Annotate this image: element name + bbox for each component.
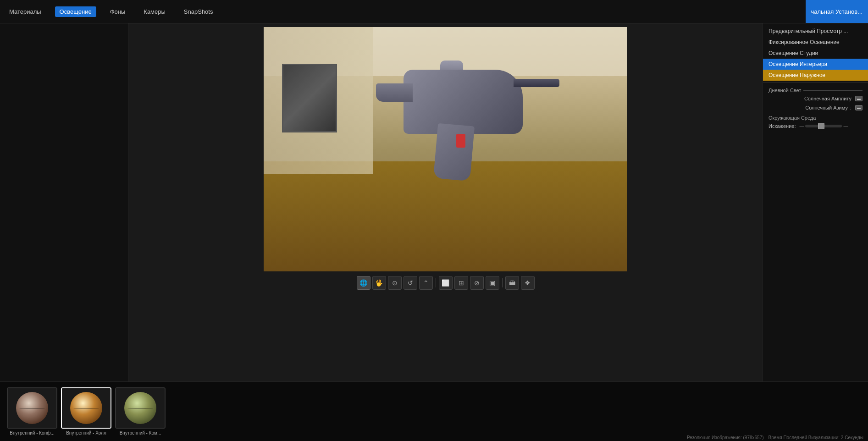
solar-azimuth-row: Солнечный Азимут: ▬: [763, 103, 868, 112]
toolbar-box-btn[interactable]: ▣: [486, 276, 499, 290]
3d-viewport[interactable]: [264, 27, 627, 271]
distortion-label: Искажение:: [768, 123, 796, 129]
toolbar-hand-btn[interactable]: 🖐: [372, 276, 386, 290]
solar-amplitude-label: Солнечная Амплиту: [768, 96, 851, 101]
menu-outdoor-lighting[interactable]: Освещение Наружное: [763, 70, 868, 81]
center-viewport: 🌐 🖐 ⊙ ↺ ⌃ ⬜ ⊞ ⊘ ▣ 🏔 ❖: [128, 23, 763, 381]
toolbar-grid-btn[interactable]: ⊞: [454, 276, 468, 290]
toolbar-up-btn[interactable]: ⌃: [419, 276, 433, 290]
menu-preview[interactable]: Предварительный Просмотр ...: [763, 26, 868, 37]
nav-lighting[interactable]: Освещение: [55, 6, 96, 17]
nav-materials[interactable]: Материалы: [5, 6, 46, 17]
right-sep-1: [763, 83, 868, 83]
nav-snapshots[interactable]: SnapShots: [179, 6, 218, 17]
menu-interior-lighting[interactable]: Освещение Интерьера: [763, 59, 868, 70]
thumb-label-2: Внутренний - Холл: [66, 430, 106, 435]
toolbar-special-btn[interactable]: ❖: [521, 276, 535, 290]
bottom-thumbnails-bar: Внутренний - Конф... Внутренний - Холл В…: [0, 381, 868, 441]
wall-picture: [282, 64, 337, 132]
menu-fixed-lighting[interactable]: Фиксированное Освещение: [763, 37, 868, 48]
menu-studio-lighting[interactable]: Освещение Студии: [763, 48, 868, 59]
solar-amplitude-slider[interactable]: ▬: [855, 96, 862, 101]
right-panel: Предварительный Просмотр ... Фиксированн…: [763, 23, 868, 381]
solar-azimuth-slider[interactable]: ▬: [855, 105, 862, 110]
status-bar: Резолюция Изображения: (978x657) Время П…: [682, 434, 868, 441]
thumb-label-1: Внутренний - Конф...: [10, 430, 54, 435]
thumb-label-3: Внутренний - Ком...: [120, 430, 161, 435]
left-panel: [0, 23, 128, 381]
toolbar-sep-1: [436, 278, 436, 287]
thumbnail-2[interactable]: Внутренний - Холл: [61, 387, 111, 435]
distortion-row: Искажение: — —: [763, 121, 868, 131]
main-layout: 🌐 🖐 ⊙ ↺ ⌃ ⬜ ⊞ ⊘ ▣ 🏔 ❖ Предварительный Пр…: [0, 23, 868, 381]
thumb-img-2[interactable]: [61, 387, 111, 429]
ambient-section: Окружающая Среда: [763, 112, 868, 121]
nav-backgrounds[interactable]: Фоны: [105, 6, 130, 17]
thumbnail-3[interactable]: Внутренний - Ком...: [115, 387, 166, 435]
toolbar-sep-2: [502, 278, 503, 287]
toolbar-rotate-btn[interactable]: ↺: [404, 276, 417, 290]
nav-cameras[interactable]: Камеры: [139, 6, 170, 17]
toolbar-target-btn[interactable]: ⊙: [388, 276, 402, 290]
distortion-slider[interactable]: [805, 125, 842, 127]
toolbar-frame-btn[interactable]: ⬜: [439, 276, 453, 290]
thumbnail-1[interactable]: Внутренний - Конф...: [7, 387, 57, 435]
gun-model: [376, 61, 550, 198]
solar-amplitude-row: Солнечная Амплиту ▬: [763, 94, 868, 103]
toolbar-planet-btn[interactable]: 🌐: [357, 276, 370, 290]
toolbar-render-btn[interactable]: 🏔: [505, 276, 519, 290]
thumb-img-3[interactable]: [115, 387, 166, 429]
initial-setup-button[interactable]: чальная Установ...: [806, 0, 868, 23]
toolbar-cancel-btn[interactable]: ⊘: [470, 276, 484, 290]
render-time-status: Время Последней Визуализации: 2 Секунды: [768, 435, 863, 440]
viewport-toolbar: 🌐 🖐 ⊙ ↺ ⌃ ⬜ ⊞ ⊘ ▣ 🏔 ❖: [353, 274, 538, 292]
top-navigation: Материалы Освещение Фоны Камеры SnapShot…: [0, 0, 868, 23]
solar-azimuth-label: Солнечный Азимут:: [768, 105, 851, 110]
resolution-status: Резолюция Изображения: (978x657): [687, 435, 764, 440]
daylight-section: Дневной Свет: [763, 85, 868, 94]
thumb-img-1[interactable]: [7, 387, 57, 429]
